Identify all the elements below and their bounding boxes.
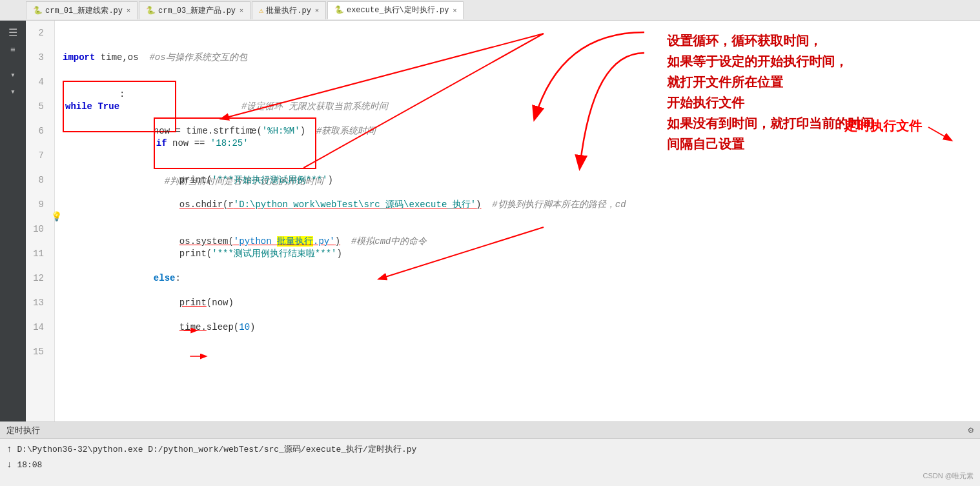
bulb-icon: 💡 [51,205,62,229]
ln-13: 13 [26,290,49,315]
console-bar: 定时执行 ⚙ ↑ D:\Python36-32\python.exe D:/py… [0,421,980,486]
kw-import: import [63,45,95,70]
code-text: time,os [101,45,150,70]
console-header: 定时执行 ⚙ [0,422,980,439]
sidebar-icon-3[interactable]: ▾ [4,68,22,82]
tab-execute[interactable]: 🐍 execute_执行\定时执行.py ✕ [327,1,464,19]
file-icon-tab1: 🐍 [33,6,43,15]
ln-10: 10 [26,217,49,241]
up-arrow-icon: ↑ [6,444,12,454]
ln-7: 7 [26,143,49,168]
tab-label-3: 批量执行.py [266,5,311,16]
tab-batch[interactable]: ⚠ 批量执行.py ✕ [252,1,326,19]
file-icon-tab3: ⚠ [259,6,263,15]
gear-icon[interactable]: ⚙ [968,425,974,436]
file-icon-tab4: 🐍 [334,5,344,15]
num-10: 10 [239,322,250,332]
ln-5: 5 [26,94,49,119]
code-time: time. [179,322,207,332]
code-line-15 [63,339,657,364]
close-tab-4[interactable]: ✕ [453,6,456,14]
down-arrow-icon: ↓ [6,460,12,470]
ln-2: 2 [26,21,49,45]
sidebar-icon-4[interactable]: ▾ [4,85,22,99]
editor-area: 2 3 4 5 6 7 8 9 10 11 12 13 14 15 [26,21,657,421]
ln-4: 4 [26,70,49,94]
code-line-14: time.sleep(10) [63,315,657,339]
comment-9: #切换到执行脚本所在的路径，cd [492,199,626,210]
close-tab-3[interactable]: ✕ [315,6,319,14]
sidebar-icon-1[interactable]: ☰ [4,26,22,40]
file-icon-tab2: 🐍 [146,6,156,15]
console-output: 18:08 [17,460,42,470]
ln-12: 12 [26,266,49,290]
code-line-2 [63,21,657,45]
code-close11: ) [336,248,342,259]
sidebar: ☰ ≡ ▾ ▾ [0,21,26,421]
code-line-3: import time,os #os与操作系统交互的包 [63,45,657,70]
ln-9: 9 [26,192,49,217]
comment-3: #os与操作系统交互的包 [149,45,247,70]
console-content: ↑ D:\Python36-32\python.exe D:/python_wo… [0,439,980,475]
tab-label-1: crm_01_新建线索.py [45,5,123,16]
tab-crm03[interactable]: 🐍 crm_03_新建产品.py ✕ [139,1,250,19]
code-content[interactable]: import time,os #os与操作系统交互的包 while True: … [55,21,657,421]
ln-14: 14 [26,315,49,339]
ln-11: 11 [26,241,49,266]
watermark: CSDN @唯元素 [923,471,974,481]
sidebar-icon-2[interactable]: ≡ [4,43,22,57]
ln-8: 8 [26,168,49,192]
code-print11: print( [179,248,212,259]
comment-6: #获取系统时间 [316,126,376,136]
annotation-panel: 设置循环，循环获取时间， 如果等于设定的开始执行时间， 就打开文件所在位置 开始… [657,21,980,421]
tab-bar: 🐍 crm_01_新建线索.py ✕ 🐍 crm_03_新建产品.py ✕ ⚠ … [0,0,980,21]
str-11: '***测试用例执行结束啦***' [212,248,336,259]
ln-3: 3 [26,45,49,70]
close-tab-2[interactable]: ✕ [240,6,243,14]
annotation-main: 设置循环，循环获取时间， 如果等于设定的开始执行时间， 就打开文件所在位置 开始… [667,30,970,154]
ln-15: 15 [26,339,49,364]
code-sleep: sleep( [207,322,239,332]
console-row-2: ↓ 18:08 [6,457,974,472]
tab-label-4: execute_执行\定时执行.py [347,5,449,15]
code-close14: ) [250,322,255,332]
console-command: D:\Python36-32\python.exe D:/python_work… [17,443,416,455]
tab-crm01[interactable]: 🐍 crm_01_新建线索.py ✕ [26,1,138,19]
tab-label-2: crm_03_新建产品.py [158,5,236,16]
console-title: 定时执行 [6,425,968,436]
ln-6: 6 [26,119,49,143]
console-row-1: ↑ D:\Python36-32\python.exe D:/python_wo… [6,441,974,457]
code-close9: ) [476,199,481,210]
close-tab-1[interactable]: ✕ [127,6,130,14]
